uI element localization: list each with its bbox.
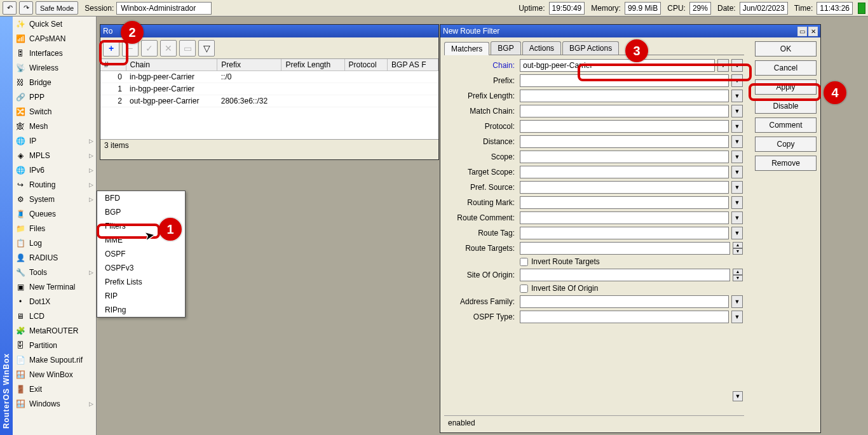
route-filters-table[interactable]: #ChainPrefixPrefix LengthProtocolBGP AS … (100, 59, 438, 139)
distance-dropdown-icon[interactable]: ▼ (731, 135, 743, 148)
submenu-item-bgp[interactable]: BGP (97, 205, 185, 219)
add-button[interactable]: + (103, 40, 119, 57)
sidebar-item-metarouter[interactable]: 🧩 MetaROUTER (13, 323, 96, 338)
route-targets-input[interactable] (520, 242, 730, 255)
close-icon[interactable]: ✕ (808, 27, 818, 36)
sidebar-item-tools[interactable]: 🔧 Tools ▷ (13, 265, 96, 279)
sidebar-item-ip[interactable]: 🌐 IP ▷ (13, 133, 96, 148)
disable-action-button[interactable]: Disable (755, 98, 817, 114)
apply-button[interactable]: Apply (755, 79, 817, 95)
sidebar-item-ppp[interactable]: 🔗 PPP (13, 90, 96, 104)
col-header[interactable]: BGP AS F (388, 59, 438, 71)
scope-input[interactable] (520, 151, 729, 163)
prefix-dropdown-icon[interactable]: ▼ (731, 74, 743, 87)
sidebar-item-new-terminal[interactable]: ▣ New Terminal (13, 279, 96, 294)
prefix-input[interactable] (520, 74, 729, 87)
sidebar-item-new-winbox[interactable]: 🪟 New WinBox (13, 367, 96, 382)
match-chain-input[interactable] (520, 105, 729, 117)
address-family-dropdown-icon[interactable]: ▼ (731, 295, 743, 308)
submenu-item-ospfv3[interactable]: OSPFv3 (97, 261, 185, 275)
sidebar-item-lcd[interactable]: 🖥 LCD (13, 309, 96, 323)
chain-extra-icon[interactable]: ♦ (731, 59, 743, 72)
sidebar-item-mpls[interactable]: ◈ MPLS ▷ (13, 148, 96, 163)
remove-action-button[interactable]: Remove (755, 156, 817, 171)
chain-input[interactable] (520, 59, 715, 72)
pref-source-dropdown-icon[interactable]: ▼ (731, 181, 743, 194)
filter-button[interactable]: ▽ (198, 40, 215, 57)
sidebar-item-ipv6[interactable]: 🌐 IPv6 ▷ (13, 163, 96, 177)
disable-button[interactable]: ✕ (160, 40, 177, 57)
enable-button[interactable]: ✓ (141, 40, 158, 57)
route-tag-dropdown-icon[interactable]: ▼ (731, 227, 743, 239)
target-scope-dropdown-icon[interactable]: ▼ (731, 166, 743, 178)
sidebar-item-routing[interactable]: ↪ Routing ▷ (13, 177, 96, 192)
sidebar-item-wireless[interactable]: 📡 Wireless (13, 60, 96, 75)
distance-input[interactable] (520, 135, 729, 148)
col-header[interactable]: Chain (126, 59, 217, 71)
safe-mode-button[interactable]: Safe Mode (36, 1, 78, 15)
target-scope-input[interactable] (520, 166, 729, 178)
submenu-item-ripng[interactable]: RIPng (97, 303, 185, 317)
table-row[interactable]: 2out-bgp-peer-Carrier2806:3e6::/32 (100, 95, 438, 107)
chain-dropdown-icon[interactable]: ▼ (717, 59, 729, 72)
col-header[interactable]: Prefix (217, 59, 281, 71)
comment-button[interactable]: ▭ (179, 40, 196, 57)
col-header[interactable]: Prefix Length (281, 59, 344, 71)
cancel-button[interactable]: Cancel (755, 60, 817, 76)
copy-button[interactable]: Copy (755, 137, 817, 152)
route-filters-title[interactable]: Ro (100, 25, 438, 37)
submenu-item-prefix-lists[interactable]: Prefix Lists (97, 275, 185, 289)
ok-button[interactable]: OK (755, 41, 817, 57)
tab-matchers[interactable]: Matchers (444, 42, 489, 55)
address-family-input[interactable] (520, 295, 729, 308)
sidebar-item-make-supout-rif[interactable]: 📄 Make Supout.rif (13, 352, 96, 367)
scope-dropdown-icon[interactable]: ▼ (731, 151, 743, 163)
submenu-item-ospf[interactable]: OSPF (97, 247, 185, 261)
protocol-input[interactable] (520, 120, 729, 133)
sidebar-item-log[interactable]: 📋 Log (13, 236, 96, 250)
tab-actions[interactable]: Actions (522, 41, 561, 55)
sidebar-item-capsman[interactable]: 📶 CAPsMAN (13, 31, 96, 46)
sidebar-item-mesh[interactable]: 🕸 Mesh (13, 119, 96, 133)
site-of-origin-input[interactable] (520, 269, 730, 281)
route-comment-input[interactable] (520, 211, 729, 224)
sidebar-item-partition[interactable]: 🗄 Partition (13, 338, 96, 352)
match-chain-dropdown-icon[interactable]: ▼ (731, 105, 743, 117)
site-of-origin-updown[interactable]: ▲▼ (733, 269, 743, 281)
sidebar-item-radius[interactable]: 👤 RADIUS (13, 250, 96, 265)
new-route-filter-title[interactable]: New Route Filter ▭ ✕ (440, 25, 820, 37)
minimize-icon[interactable]: ▭ (797, 27, 807, 36)
sidebar-item-windows[interactable]: 🪟 Windows ▷ (13, 396, 96, 411)
sidebar-item-dot1x[interactable]: • Dot1X (13, 294, 96, 309)
submenu-item-rip[interactable]: RIP (97, 289, 185, 303)
sidebar-item-switch[interactable]: 🔀 Switch (13, 104, 96, 119)
table-row[interactable]: 0in-bgp-peer-Carrier::/0 (100, 71, 438, 83)
ospf-type-dropdown-icon[interactable]: ▼ (731, 311, 743, 323)
sidebar-item-exit[interactable]: 🚪 Exit (13, 382, 96, 396)
routing-mark-input[interactable] (520, 196, 729, 209)
sidebar-item-quick-set[interactable]: ✨ Quick Set (13, 17, 96, 31)
prefix-length-dropdown-icon[interactable]: ▼ (731, 90, 743, 102)
tab-bgp-actions[interactable]: BGP Actions (562, 41, 619, 55)
pref-source-input[interactable] (520, 181, 729, 194)
sidebar-item-system[interactable]: ⚙ System ▷ (13, 192, 96, 206)
route-tag-input[interactable] (520, 227, 729, 239)
redo-button[interactable]: ↷ (19, 1, 33, 15)
route-comment-dropdown-icon[interactable]: ▼ (731, 211, 743, 224)
comment-action-button[interactable]: Comment (755, 117, 817, 133)
sidebar-item-interfaces[interactable]: 🎛 Interfaces (13, 46, 96, 60)
sidebar-item-bridge[interactable]: ⛓ Bridge (13, 75, 96, 90)
invert-route-targets-checkbox[interactable] (520, 258, 528, 266)
table-row[interactable]: 1in-bgp-peer-Carrier (100, 83, 438, 95)
sidebar-item-queues[interactable]: 🧵 Queues (13, 206, 96, 221)
protocol-dropdown-icon[interactable]: ▼ (731, 120, 743, 133)
col-header[interactable]: # (100, 59, 126, 71)
col-header[interactable]: Protocol (344, 59, 388, 71)
routing-mark-dropdown-icon[interactable]: ▼ (731, 196, 743, 209)
sidebar-item-files[interactable]: 📁 Files (13, 221, 96, 236)
tab-bgp[interactable]: BGP (491, 41, 520, 55)
undo-button[interactable]: ↶ (3, 1, 17, 15)
form-scroll-down-icon[interactable]: ▼ (733, 391, 743, 401)
ospf-type-input[interactable] (520, 311, 729, 323)
prefix-length-input[interactable] (520, 90, 729, 102)
